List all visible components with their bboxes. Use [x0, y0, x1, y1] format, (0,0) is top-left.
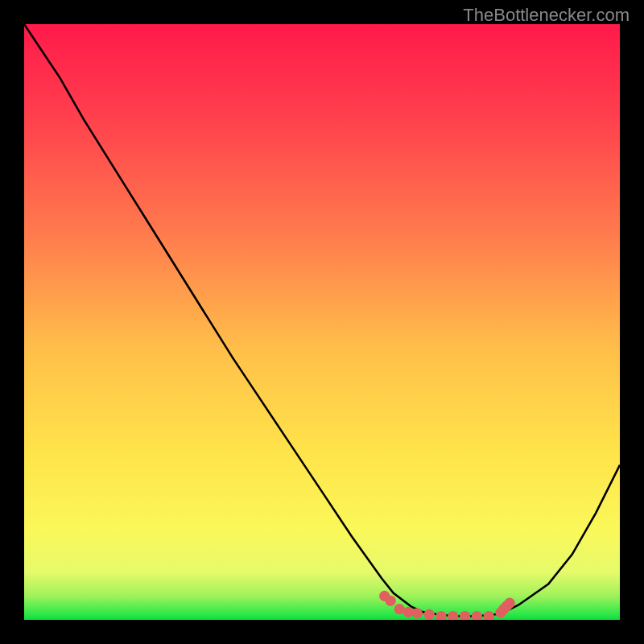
- svg-point-6: [424, 609, 435, 620]
- svg-point-2: [385, 596, 395, 606]
- watermark-text: TheBottlenecker.com: [463, 5, 630, 26]
- chart-container: TheBottlenecker.com: [0, 0, 644, 644]
- svg-point-5: [412, 608, 423, 618]
- svg-point-15: [504, 598, 514, 609]
- svg-point-10: [472, 611, 482, 620]
- svg-point-7: [436, 611, 446, 620]
- svg-point-8: [448, 611, 458, 620]
- svg-point-9: [460, 611, 470, 620]
- plot-area: [24, 24, 620, 620]
- svg-point-11: [484, 611, 494, 620]
- marker-dots: [24, 24, 620, 620]
